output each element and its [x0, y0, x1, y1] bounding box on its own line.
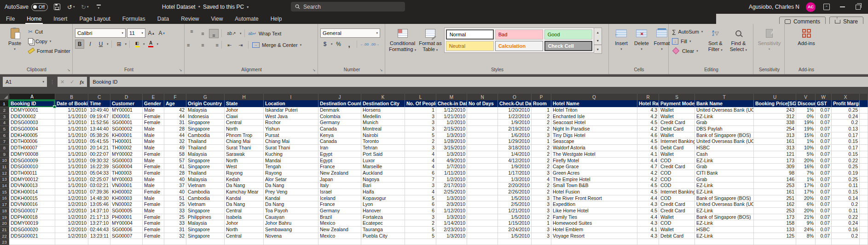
column-header-D[interactable]: D — [110, 94, 143, 100]
cell-W22[interactable]: 0.07 — [816, 233, 832, 239]
cut-button[interactable]: ✂Cut — [27, 27, 71, 36]
cell-V17[interactable]: 6% — [796, 201, 816, 208]
cell-I10[interactable]: Mandai — [264, 158, 318, 164]
cell-A4[interactable]: DDSG00003 — [9, 120, 55, 126]
cell-F9[interactable]: 58 — [164, 151, 186, 158]
cell-N18[interactable] — [467, 208, 498, 214]
row-header-5[interactable]: 5 — [0, 126, 9, 132]
align-center-button[interactable]: ≡ — [198, 40, 208, 50]
cell-N11[interactable] — [467, 164, 498, 170]
cell-N19[interactable] — [467, 214, 498, 221]
cell-M3[interactable]: 1/21/2010 — [436, 114, 467, 120]
comma-style-button[interactable]: , — [345, 40, 354, 49]
cell-J10[interactable]: Egypt — [318, 158, 361, 164]
cell-L4[interactable]: 3 — [405, 120, 436, 126]
autosum-button[interactable]: ∑AutoSum▾ — [671, 27, 704, 36]
cell-T20[interactable]: EZ-Link — [695, 220, 754, 227]
insert-function-button[interactable]: fx — [80, 79, 84, 85]
cell-L13[interactable]: 7 — [405, 177, 436, 183]
cell-I16[interactable]: Kandal — [264, 195, 318, 202]
cell-B19[interactable]: 1/2/2010 — [55, 214, 88, 221]
cell-Q7[interactable]: Seascape — [551, 138, 637, 145]
cell-S1[interactable]: Payment Mode — [659, 100, 695, 107]
tab-help[interactable]: Help — [265, 14, 288, 24]
row-header-2[interactable]: 2 — [0, 107, 9, 114]
cell-B18[interactable]: 1/2/2010 — [55, 208, 88, 214]
cell-P2[interactable]: 1 — [532, 107, 551, 114]
cell-P13[interactable]: 4 — [532, 177, 551, 183]
cell-K8[interactable]: Tehran — [361, 145, 405, 151]
cell-T1[interactable]: Bank Name — [695, 100, 754, 107]
cell-D13[interactable]: MY00003 — [110, 177, 143, 183]
cell-H4[interactable]: Central — [225, 120, 264, 126]
cell-S3[interactable]: Wallet — [659, 114, 695, 120]
cell-Q8[interactable]: Waldorf Astoria — [551, 145, 637, 151]
cell-F1[interactable]: Age — [164, 100, 186, 107]
cell-H16[interactable]: Kandal — [225, 195, 264, 202]
style-bad[interactable]: Bad — [495, 29, 543, 40]
cell-M16[interactable]: 1/3/2010 — [436, 195, 467, 202]
column-header-C[interactable]: C — [88, 94, 110, 100]
cell-T19[interactable]: Bank of Singapore (BOS) — [695, 214, 754, 221]
cell-L14[interactable]: 3 — [405, 182, 436, 189]
row-header-14[interactable]: 14 — [0, 182, 9, 189]
column-header-S[interactable]: S — [659, 94, 695, 100]
bottom-align-button[interactable]: ≡ — [209, 29, 219, 38]
cell-K5[interactable]: Montreal — [361, 126, 405, 132]
cell-O1[interactable]: Check-Out Date — [498, 100, 532, 107]
conditional-formatting-button[interactable]: Conditional Formatting ▾ — [388, 26, 417, 53]
row-header-8[interactable]: 8 — [0, 145, 9, 151]
cell-P1[interactable]: Room — [532, 100, 551, 107]
cell-L12[interactable]: 6 — [405, 170, 436, 177]
cell-D9[interactable]: MY00002 — [110, 151, 143, 158]
cell-H17[interactable]: Da Nang — [225, 201, 264, 208]
cell-J16[interactable]: Iceland — [318, 195, 361, 202]
cell-Q4[interactable]: Seacoast Hotel — [551, 120, 637, 126]
cell-F18[interactable]: 33 — [164, 208, 186, 214]
cell-F12[interactable]: 28 — [164, 170, 186, 177]
cell-F19[interactable]: 25 — [164, 214, 186, 221]
cell-S18[interactable]: Credit Card — [659, 208, 695, 214]
cell-R10[interactable]: 4.4 — [637, 158, 659, 164]
cell-L21[interactable]: 5 — [405, 227, 436, 233]
cell-K11[interactable]: Marseille — [361, 164, 405, 170]
cell-O21[interactable]: 2/24/2010 — [498, 227, 532, 233]
cell-partial-12[interactable] — [860, 170, 868, 177]
middle-align-button[interactable]: ≡ — [198, 29, 208, 38]
cell-M15[interactable]: 2/25/2010 — [436, 189, 467, 195]
cell-U21[interactable]: 133 — [754, 227, 796, 233]
cell-V9[interactable]: 5% — [796, 151, 816, 158]
cell-G23[interactable] — [186, 239, 225, 245]
cell-T18[interactable]: EZ-Link — [695, 208, 754, 214]
cell-E7[interactable]: Male — [143, 138, 164, 145]
cell-K17[interactable]: Lyon — [361, 201, 405, 208]
row-header-3[interactable]: 3 — [0, 114, 9, 120]
cell-C18[interactable]: 14:37:10 — [88, 208, 110, 214]
font-size-combo[interactable]: 11▾ — [127, 28, 145, 38]
cell-S5[interactable]: Debit Card — [659, 126, 695, 132]
cell-H21[interactable]: North — [225, 227, 264, 233]
column-header-R[interactable]: R — [637, 94, 659, 100]
column-header-W[interactable]: W — [816, 94, 832, 100]
cell-M11[interactable]: 1/7/2010 — [436, 164, 467, 170]
cell-T4[interactable]: Grab — [695, 120, 754, 126]
cell-D15[interactable]: KH00002 — [110, 189, 143, 195]
row-header-19[interactable]: 19 — [0, 214, 9, 221]
cell-M17[interactable]: 2/3/2010 — [436, 201, 467, 208]
cell-M8[interactable]: 3/15/2010 — [436, 145, 467, 151]
cell-M12[interactable]: 1/11/2010 — [436, 170, 467, 177]
cell-I21[interactable]: Sembawang — [264, 227, 318, 233]
cell-A7[interactable]: DDTH00006 — [9, 138, 55, 145]
autosave-switch[interactable]: Off — [31, 3, 48, 11]
cell-U8[interactable]: 313 — [754, 145, 796, 151]
row-header-1[interactable]: 1 — [0, 100, 9, 107]
cell-A17[interactable]: DDVN00016 — [9, 201, 55, 208]
cell-N12[interactable] — [467, 170, 498, 177]
cell-partial-15[interactable] — [860, 189, 868, 195]
cell-P18[interactable]: 3 — [532, 208, 551, 214]
row-header-10[interactable]: 10 — [0, 158, 9, 164]
minimize-button[interactable] — [838, 2, 847, 12]
cell-E1[interactable]: Gender — [143, 100, 164, 107]
cell-E9[interactable]: Female — [143, 151, 164, 158]
cell-U13[interactable]: 146 — [754, 177, 796, 183]
